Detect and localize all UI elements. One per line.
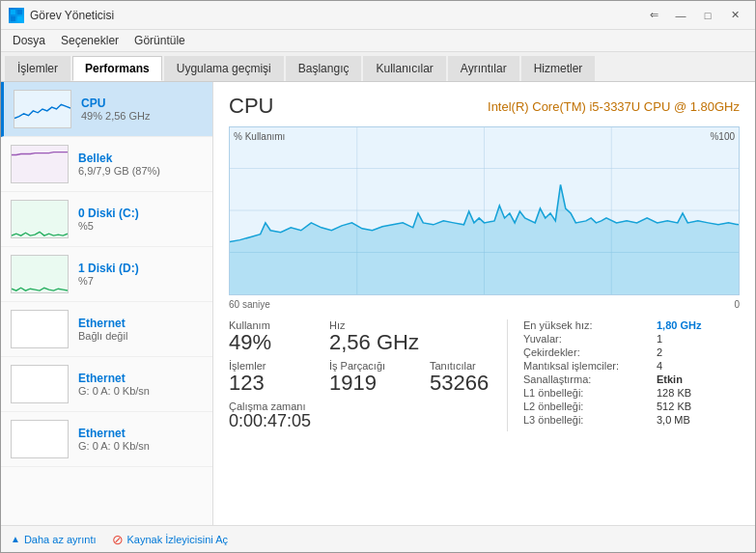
right-info: En yüksek hız: 1,80 GHz Yuvalar: 1 Çekir…	[507, 319, 740, 431]
memory-subtitle: 6,9/7,9 GB (87%)	[78, 165, 203, 177]
monitor-icon: ⊘	[112, 532, 124, 547]
usage-stat: Kullanım 49%	[229, 319, 306, 354]
disk1-subtitle: %7	[78, 275, 203, 287]
cores-key: Çekirdekler:	[523, 346, 649, 358]
processor-name: Intel(R) Core(TM) i5-3337U CPU @ 1.80GHz	[488, 99, 740, 114]
svg-rect-1	[17, 10, 22, 14]
main-header: CPU Intel(R) Core(TM) i5-3337U CPU @ 1.8…	[229, 94, 740, 119]
virt-key: Sanallaştırma:	[523, 373, 649, 385]
sidebar: CPU 49% 2,56 GHz Bellek 6,9/7,9 GB (87%)	[1, 82, 213, 525]
y-axis-label: % Kullanımı	[234, 131, 285, 142]
maximize-button[interactable]: □	[695, 6, 720, 25]
sidebar-item-disk1[interactable]: 1 Diski (D:) %7	[1, 247, 212, 302]
details-link[interactable]: ▲ Daha az ayrıntı	[11, 534, 97, 545]
sockets-row: Yuvalar: 1	[523, 333, 740, 345]
monitor-link[interactable]: ⊘ Kaynak İzleyicisini Aç	[112, 532, 229, 547]
svg-rect-8	[12, 311, 68, 347]
tab-hizmetler[interactable]: Hizmetler	[521, 56, 596, 81]
processes-row: İşlemler 123 İş Parçacığı 1919 Tanıtıcıl…	[229, 360, 507, 395]
logical-val: 4	[657, 360, 662, 372]
cores-val: 2	[657, 346, 662, 358]
ethernet2-title: Ethernet	[78, 372, 203, 385]
usage-value: 49%	[229, 331, 306, 354]
l3-val: 3,0 MB	[657, 414, 690, 426]
window-title: Görev Yöneticisi	[30, 9, 114, 22]
svg-rect-5	[12, 146, 68, 182]
menu-dosya[interactable]: Dosya	[5, 32, 53, 49]
chevron-up-icon: ▲	[11, 534, 20, 544]
menu-bar: Dosya Seçenekler Görüntüle	[1, 30, 755, 52]
speed-stat: Hız 2,56 GHz	[329, 319, 419, 354]
tab-ayrintilar[interactable]: Ayrıntılar	[448, 56, 519, 81]
menu-goruntule[interactable]: Görüntüle	[126, 32, 193, 49]
l2-key: L2 önbelleği:	[523, 401, 649, 412]
left-stats: Kullanım 49% Hız 2,56 GHz İşlemler 123	[229, 319, 507, 431]
disk0-title: 0 Diski (C:)	[78, 207, 203, 220]
cpu-chart-svg	[230, 127, 739, 294]
virt-val: Etkin	[657, 373, 683, 385]
l2-row: L2 önbelleği: 512 KB	[523, 401, 740, 412]
ethernet1-title: Ethernet	[78, 317, 203, 330]
ethernet1-info: Ethernet Bağlı değil	[78, 317, 203, 342]
menu-secenekler[interactable]: Seçenekler	[53, 32, 126, 49]
tab-islemler[interactable]: İşlemler	[5, 56, 70, 81]
window-controls: ⇐ — □ ✕	[641, 6, 747, 25]
tab-kullanicilar[interactable]: Kullanıcılar	[363, 56, 445, 81]
details-label: Daha az ayrıntı	[24, 534, 97, 545]
tab-uygulama[interactable]: Uygulama geçmişi	[164, 56, 284, 81]
disk1-title: 1 Diski (D:)	[78, 262, 203, 275]
ethernet2-subtitle: G: 0 A: 0 Kb/sn	[78, 385, 203, 397]
logical-row: Mantıksal işlemciler: 4	[523, 360, 740, 372]
ethernet3-title: Ethernet	[78, 427, 203, 440]
memory-info: Bellek 6,9/7,9 GB (87%)	[78, 152, 203, 177]
l1-val: 128 KB	[657, 387, 691, 399]
sidebar-item-cpu[interactable]: CPU 49% 2,56 GHz	[1, 82, 212, 137]
sidebar-item-ethernet3[interactable]: Ethernet G: 0 A: 0 Kb/sn	[1, 412, 212, 467]
sidebar-item-ethernet1[interactable]: Ethernet Bağlı değil	[1, 302, 212, 357]
chart-x-label: 60 saniye	[229, 299, 270, 310]
svg-rect-7	[12, 256, 68, 292]
svg-rect-0	[11, 10, 15, 14]
sidebar-item-disk0[interactable]: 0 Diski (C:) %5	[1, 192, 212, 247]
svg-rect-3	[17, 16, 22, 21]
l1-key: L1 önbelleği:	[523, 387, 649, 399]
info-table: En yüksek hız: 1,80 GHz Yuvalar: 1 Çekir…	[523, 319, 740, 426]
app-icon	[9, 8, 24, 23]
main-panel: CPU Intel(R) Core(TM) i5-3337U CPU @ 1.8…	[213, 82, 755, 525]
chart-labels: 60 saniye 0	[229, 299, 740, 310]
memory-thumb	[11, 145, 69, 183]
close-button[interactable]: ✕	[722, 6, 747, 25]
tab-performans[interactable]: Performans	[72, 56, 162, 81]
handles-stat: Tanıtıcılar 53266	[430, 360, 507, 395]
ethernet3-thumb	[11, 420, 69, 458]
disk0-subtitle: %5	[78, 220, 203, 232]
threads-value: 1919	[329, 372, 406, 395]
uptime-stat: Çalışma zamanı 0:00:47:05	[229, 401, 507, 431]
main-title: CPU	[229, 94, 273, 119]
l3-row: L3 önbelleği: 3,0 MB	[523, 414, 740, 426]
max-speed-row: En yüksek hız: 1,80 GHz	[523, 319, 740, 331]
ethernet3-subtitle: G: 0 A: 0 Kb/sn	[78, 440, 203, 452]
ethernet2-info: Ethernet G: 0 A: 0 Kb/sn	[78, 372, 203, 397]
back-button[interactable]: ⇐	[641, 6, 666, 25]
title-bar: Görev Yöneticisi ⇐ — □ ✕	[1, 1, 755, 30]
content-area: CPU 49% 2,56 GHz Bellek 6,9/7,9 GB (87%)	[1, 82, 755, 525]
memory-title: Bellek	[78, 152, 203, 165]
minimize-button[interactable]: —	[668, 6, 693, 25]
threads-stat: İş Parçacığı 1919	[329, 360, 406, 395]
max-speed-key: En yüksek hız:	[523, 319, 649, 331]
disk0-thumb	[11, 200, 69, 238]
main-window: Görev Yöneticisi ⇐ — □ ✕ Dosya Seçenekle…	[0, 0, 756, 553]
cpu-chart: % Kullanımı %100	[229, 126, 740, 295]
usage-speed-row: Kullanım 49% Hız 2,56 GHz	[229, 319, 507, 354]
speed-value: 2,56 GHz	[329, 331, 419, 354]
l1-row: L1 önbelleği: 128 KB	[523, 387, 740, 399]
virt-row: Sanallaştırma: Etkin	[523, 373, 740, 385]
y-axis-max: %100	[710, 131, 735, 142]
sidebar-item-memory[interactable]: Bellek 6,9/7,9 GB (87%)	[1, 137, 212, 192]
tab-baslangic[interactable]: Başlangıç	[286, 56, 362, 81]
disk1-thumb	[11, 255, 69, 293]
sockets-key: Yuvalar:	[523, 333, 649, 345]
handles-value: 53266	[430, 372, 507, 395]
sidebar-item-ethernet2[interactable]: Ethernet G: 0 A: 0 Kb/sn	[1, 357, 212, 412]
